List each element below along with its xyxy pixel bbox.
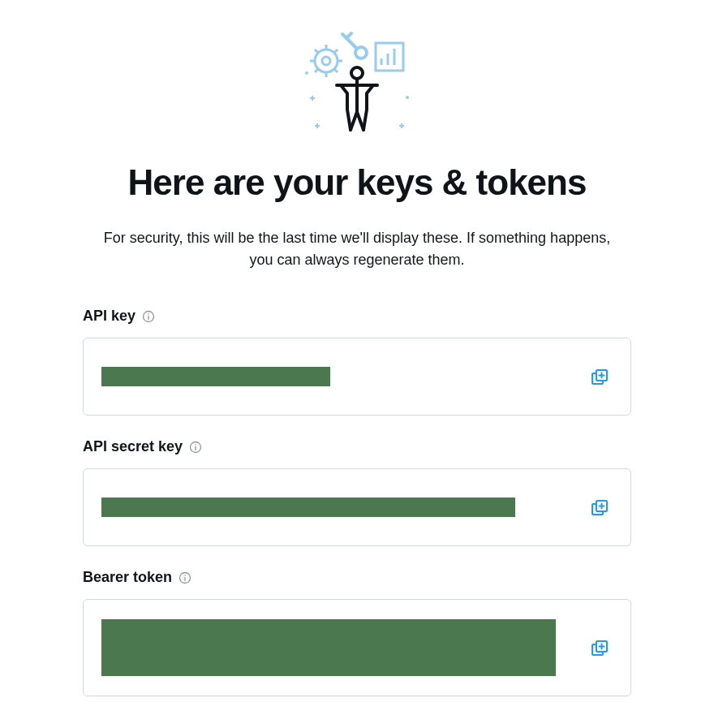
bearer-token-box bbox=[83, 599, 631, 696]
api-key-redacted-value bbox=[101, 367, 330, 386]
svg-rect-21 bbox=[316, 123, 318, 128]
bearer-token-label: Bearer token bbox=[83, 569, 172, 586]
api-secret-key-redacted-value bbox=[101, 498, 515, 517]
page-title: Here are your keys & tokens bbox=[41, 162, 673, 203]
info-icon[interactable] bbox=[189, 441, 202, 454]
page-subtitle: For security, this will be the last time… bbox=[97, 227, 617, 271]
svg-point-34 bbox=[195, 444, 196, 446]
info-icon[interactable] bbox=[178, 571, 191, 584]
svg-line-12 bbox=[346, 33, 351, 38]
svg-point-0 bbox=[315, 50, 338, 72]
api-secret-key-section: API secret key bbox=[41, 438, 673, 546]
svg-point-1 bbox=[322, 57, 330, 65]
copy-api-key-button[interactable] bbox=[587, 364, 613, 390]
api-key-box bbox=[83, 338, 631, 416]
api-key-section: API key bbox=[41, 308, 673, 416]
svg-point-17 bbox=[351, 67, 363, 79]
info-icon[interactable] bbox=[142, 310, 155, 323]
bearer-token-redacted-value bbox=[101, 619, 556, 676]
svg-rect-13 bbox=[376, 43, 403, 71]
svg-point-28 bbox=[148, 313, 149, 315]
svg-line-7 bbox=[334, 69, 338, 72]
svg-rect-19 bbox=[312, 96, 313, 101]
svg-line-8 bbox=[315, 69, 318, 72]
svg-line-6 bbox=[315, 50, 318, 53]
bearer-token-section: Bearer token bbox=[41, 569, 673, 696]
svg-point-25 bbox=[406, 96, 409, 99]
api-secret-key-label: API secret key bbox=[83, 438, 183, 455]
svg-point-24 bbox=[305, 71, 308, 75]
copy-bearer-token-button[interactable] bbox=[587, 635, 613, 661]
svg-rect-23 bbox=[401, 123, 402, 128]
svg-point-40 bbox=[184, 575, 186, 576]
api-secret-key-box bbox=[83, 468, 631, 546]
api-key-label: API key bbox=[83, 308, 135, 325]
svg-line-9 bbox=[334, 50, 338, 53]
copy-api-secret-key-button[interactable] bbox=[587, 494, 613, 520]
keys-tokens-illustration bbox=[41, 16, 673, 138]
